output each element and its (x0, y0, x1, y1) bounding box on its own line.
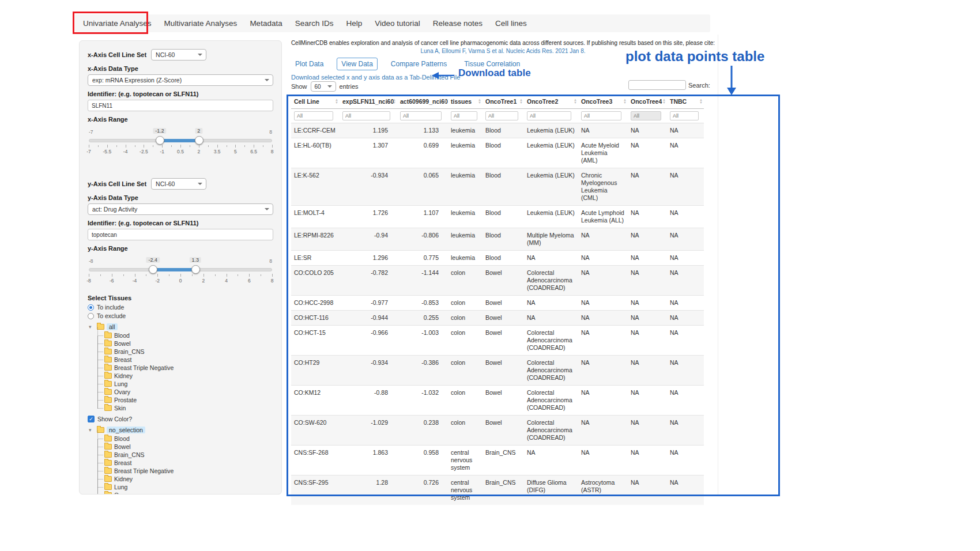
table-cell: NA (578, 311, 628, 326)
column-header-tissues[interactable]: tissues▲▼ (448, 95, 483, 109)
nav-item-univariate-analyses[interactable]: Univariate Analyses (83, 19, 152, 28)
table-row[interactable]: CNS:SF-2951.280.726central nervous syste… (291, 475, 704, 505)
slider-handle-low[interactable] (156, 136, 164, 145)
tree-node-breast[interactable]: Breast (89, 459, 273, 467)
y-data-type-select[interactable]: act: Drug Activity (88, 203, 273, 215)
nav-item-cell-lines[interactable]: Cell lines (495, 19, 527, 28)
filter-input-oncotree1[interactable] (485, 111, 518, 120)
table-cell: NA (578, 326, 628, 356)
sort-icon[interactable]: ▲▼ (478, 99, 481, 104)
column-header-tnbc[interactable]: TNBC▲▼ (667, 95, 704, 109)
radio-to-include[interactable]: To include (88, 304, 273, 311)
x-identifier-input[interactable] (88, 100, 273, 111)
search-input[interactable] (628, 80, 686, 90)
tree-node-no-selection[interactable]: ▾no_selection (89, 425, 273, 435)
nav-item-release-notes[interactable]: Release notes (433, 19, 483, 28)
nav-item-search-ids[interactable]: Search IDs (295, 19, 334, 28)
filter-input-oncotree2[interactable] (527, 111, 571, 120)
tree-node-prostate[interactable]: Prostate (89, 396, 273, 404)
tree-node-skin[interactable]: Skin (89, 404, 273, 412)
slider-handle-high[interactable] (195, 136, 203, 145)
expand-icon[interactable]: ▾ (89, 427, 95, 433)
table-row[interactable]: CO:HCT-116-0.9440.255colonBowelNANANANA (291, 311, 704, 326)
tree-node-bowel[interactable]: Bowel (89, 443, 273, 451)
nav-item-metadata[interactable]: Metadata (250, 19, 282, 28)
table-row[interactable]: LE:RPMI-8226-0.94-0.806leukemiaBloodMult… (291, 228, 704, 251)
slider-selected-range[interactable] (160, 139, 199, 142)
tree-node-brain-cns[interactable]: Brain_CNS (89, 348, 273, 356)
x-data-type-select[interactable]: exp: mRNA Expression (Z-Score) (88, 74, 273, 86)
table-row[interactable]: CO:SW-620-1.0290.238colonBowelColorectal… (291, 416, 704, 446)
sort-icon[interactable]: ▲▼ (519, 99, 523, 104)
expand-icon[interactable]: ▾ (89, 324, 95, 330)
table-row[interactable]: CNS:SF-2681.8630.958central nervous syst… (291, 446, 704, 475)
y-range-slider[interactable]: -88-2.41.3-8-6-4-202468 (89, 260, 272, 286)
sort-icon[interactable]: ▲▼ (623, 99, 627, 104)
tree-node-kidney[interactable]: Kidney (89, 372, 273, 380)
nav-item-video-tutorial[interactable]: Video tutorial (375, 19, 420, 28)
sort-icon[interactable]: ▲▼ (574, 99, 577, 104)
tree-node-breast-triple-negative[interactable]: Breast Triple Negative (89, 467, 273, 475)
x-cell-line-set-select[interactable]: NCI-60 (151, 49, 206, 61)
table-row[interactable]: CO:HT29-0.934-0.386colonBowelColorectal … (291, 356, 704, 386)
column-header-oncotree1[interactable]: OncoTree1▲▼ (483, 95, 524, 109)
column-header-act609699-nci60[interactable]: act609699_nci60▲▼ (397, 95, 448, 109)
nav-item-help[interactable]: Help (346, 19, 362, 28)
column-header-cell-line[interactable]: Cell Line▲▼ (291, 95, 340, 109)
tree-node-all[interactable]: ▾all (89, 322, 273, 331)
y-data-type-label: y-Axis Data Type (88, 194, 273, 201)
sort-icon[interactable]: ▲▼ (393, 99, 396, 104)
sort-icon[interactable]: ▲▼ (335, 99, 338, 104)
tree-node-breast-triple-negative[interactable]: Breast Triple Negative (89, 364, 273, 372)
column-header-oncotree4[interactable]: OncoTree4▲▼ (628, 95, 667, 109)
table-row[interactable]: LE:SR1.2960.775leukemiaBloodNANANANA (291, 251, 704, 266)
tree-node-blood[interactable]: Blood (89, 435, 273, 443)
filter-input-tnbc[interactable] (670, 111, 699, 120)
sort-icon[interactable]: ▲▼ (699, 99, 703, 104)
slider-selected-range[interactable] (153, 268, 195, 271)
table-cell: NA (667, 296, 704, 311)
y-cell-line-set-select[interactable]: NCI-60 (151, 178, 206, 190)
filter-input-cell-line[interactable] (294, 111, 333, 120)
tree-node-ovary[interactable]: Ovary (89, 491, 273, 495)
tick-mark (144, 145, 144, 148)
tree-node-breast[interactable]: Breast (89, 356, 273, 364)
x-range-slider[interactable]: -78-1.22-7-5.5-4-2.5-10.523.556.58 (89, 131, 272, 157)
tree-node-blood[interactable]: Blood (89, 331, 273, 339)
table-row[interactable]: LE:CCRF-CEM1.1951.133leukemiaBloodLeukem… (291, 123, 704, 138)
column-header-oncotree2[interactable]: OncoTree2▲▼ (524, 95, 578, 109)
table-row[interactable]: CO:COLO 205-0.782-1.144colonBowelColorec… (291, 266, 704, 296)
tree-node-lung[interactable]: Lung (89, 483, 273, 491)
table-row[interactable]: LE:MOLT-41.7261.107leukemiaBloodLeukemia… (291, 206, 704, 228)
sort-icon[interactable]: ▲▼ (443, 99, 447, 104)
table-cell: colon (448, 311, 483, 326)
slider-handle-low[interactable] (149, 265, 157, 274)
tab-plot-data[interactable]: Plot Data (291, 58, 327, 70)
y-identifier-input[interactable] (88, 229, 273, 240)
column-header-oncotree3[interactable]: OncoTree3▲▼ (578, 95, 628, 109)
filter-input-expslfn11-nci60[interactable] (342, 111, 390, 120)
filter-input-tissues[interactable] (451, 111, 477, 120)
tab-compare-patterns[interactable]: Compare Patterns (387, 58, 451, 70)
tree-node-lung[interactable]: Lung (89, 380, 273, 388)
show-color-checkbox[interactable]: Show Color? (88, 416, 273, 422)
slider-handle-high[interactable] (191, 265, 200, 274)
table-row[interactable]: CO:KM12-0.88-1.032colonBowelColorectal A… (291, 386, 704, 416)
radio-to-exclude[interactable]: To exclude (88, 312, 273, 319)
tree-node-brain-cns[interactable]: Brain_CNS (89, 451, 273, 459)
table-row[interactable]: CO:HCC-2998-0.977-0.853colonBowelNANANAN… (291, 296, 704, 311)
tab-view-data[interactable]: View Data (337, 58, 377, 70)
tree-node-bowel[interactable]: Bowel (89, 339, 273, 348)
filter-input-oncotree4[interactable] (631, 111, 661, 120)
filter-input-act609699-nci60[interactable] (400, 111, 442, 120)
tree-node-ovary[interactable]: Ovary (89, 388, 273, 396)
filter-input-oncotree3[interactable] (581, 111, 621, 120)
table-row[interactable]: CO:HCT-15-0.966-1.003colonBowelColorecta… (291, 326, 704, 356)
table-row[interactable]: LE:K-562-0.9340.065leukemiaBloodLeukemia… (291, 168, 704, 206)
column-header-expslfn11-nci60[interactable]: expSLFN11_nci60▲▼ (340, 95, 397, 109)
nav-item-multivariate-analyses[interactable]: Multivariate Analyses (164, 19, 238, 28)
sort-icon[interactable]: ▲▼ (662, 99, 666, 104)
entries-select[interactable]: 60 (311, 81, 336, 92)
tree-node-kidney[interactable]: Kidney (89, 475, 273, 483)
table-row[interactable]: LE:HL-60(TB)1.3070.699leukemiaBloodLeuke… (291, 138, 704, 168)
